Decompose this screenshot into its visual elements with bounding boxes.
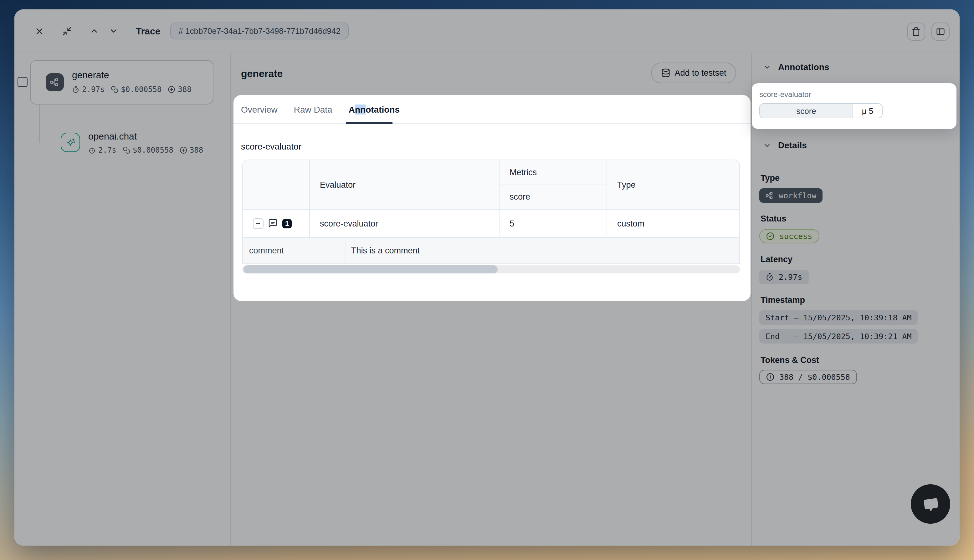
pill-metric-name: score: [760, 104, 853, 118]
header-metric-score: score: [500, 185, 607, 209]
active-tab-indicator: [346, 122, 392, 124]
tab-raw-data[interactable]: Raw Data: [294, 104, 332, 114]
pill-metric-value: μ 5: [853, 104, 882, 118]
cell-score: 5: [500, 210, 607, 237]
tab-bar: Overview Raw Data Annotations: [233, 95, 751, 124]
cell-evaluator: score-evaluator: [310, 210, 500, 237]
comment-row: comment This is a comment: [243, 237, 739, 263]
annotation-popover: score-evaluator score μ 5: [752, 83, 956, 129]
score-pill[interactable]: score μ 5: [759, 103, 882, 118]
collapse-row-button[interactable]: [253, 218, 264, 229]
tab-annotations[interactable]: Annotations: [349, 104, 400, 114]
header-metrics: Metrics: [500, 160, 607, 185]
header-metrics-group: Metrics score: [500, 160, 607, 209]
header-evaluator: Evaluator: [310, 160, 500, 209]
desktop-backdrop: Trace # 1cbb70e7-34a1-7bb7-3498-771b7d46…: [0, 0, 974, 560]
header-actions: [243, 160, 310, 209]
comment-icon[interactable]: [268, 218, 278, 228]
evaluator-table: Evaluator Metrics score Type: [242, 160, 740, 273]
comment-key: comment: [243, 238, 346, 263]
tab-overview[interactable]: Overview: [241, 104, 278, 114]
popover-evaluator-label: score-evaluator: [759, 90, 949, 99]
comment-count-badge: 1: [282, 219, 292, 228]
scrollbar-thumb[interactable]: [244, 265, 498, 273]
table-header-row: Evaluator Metrics score Type: [243, 160, 739, 209]
cell-type: custom: [607, 210, 739, 237]
annotations-card: Overview Raw Data Annotations score-eval…: [233, 95, 751, 301]
header-type: Type: [607, 160, 739, 209]
table-row: 1 score-evaluator 5 custom: [243, 209, 739, 237]
text-selection: nn: [355, 104, 365, 114]
evaluator-section-title: score-evaluator: [241, 142, 302, 152]
comment-value: This is a comment: [346, 238, 739, 263]
horizontal-scrollbar[interactable]: [242, 265, 740, 273]
trace-modal: Trace # 1cbb70e7-34a1-7bb7-3498-771b7d46…: [14, 9, 960, 546]
